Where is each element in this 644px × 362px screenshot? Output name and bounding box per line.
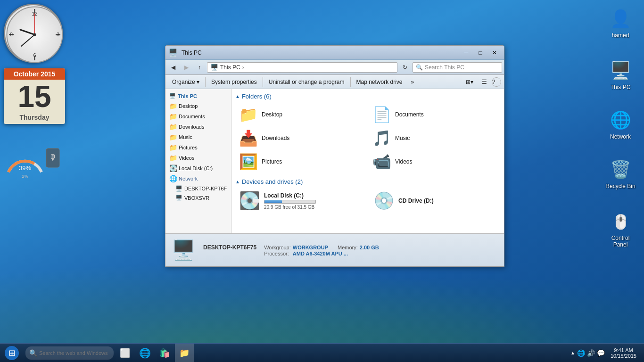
help-button[interactable]: ? — [492, 77, 501, 87]
desktop-icon-recycle-bin[interactable]: 🗑️ Recycle Bin — [602, 156, 639, 192]
downloads-folder-name: Downloads — [262, 135, 289, 141]
drive-c-space: 20.9 GB free of 31.5 GB — [264, 205, 362, 210]
system-properties-button[interactable]: System properties — [207, 78, 261, 86]
refresh-button[interactable]: ↻ — [399, 62, 411, 73]
start-button[interactable]: ⊞ — [0, 344, 24, 362]
music-folder-big-icon: 🎵 — [372, 129, 391, 147]
local-disk-icon: 💽 — [169, 165, 177, 172]
task-view-button[interactable]: ⬜ — [116, 344, 134, 362]
meter-widget: 39% 2% 🎙 — [4, 139, 65, 181]
downloads-folder-label: Downloads — [179, 124, 204, 130]
organize-button[interactable]: Organize ▾ — [168, 78, 203, 86]
desktop-icon-hamed[interactable]: 👤 hamed — [602, 5, 639, 41]
svg-text:6: 6 — [33, 52, 36, 58]
documents-folder-big-icon: 📄 — [372, 106, 391, 123]
preview-pane-button[interactable]: ☰ — [478, 78, 491, 86]
sidebar-item-desktop[interactable]: 📁 Desktop — [165, 101, 231, 111]
folder-item-downloads[interactable]: 📥 Downloads — [235, 127, 367, 149]
network-tray-icon: 🌐 — [577, 349, 585, 357]
desktop-icon-control-panel[interactable]: 🖱️ Control Panel — [602, 207, 639, 251]
folder-item-documents[interactable]: 📄 Documents — [369, 104, 500, 125]
drive-c-bar-fill — [264, 200, 282, 203]
downloads-folder-big-icon: 📥 — [239, 129, 258, 147]
address-bar: ◀ ▶ ↑ 🖥️ This PC › ↻ 🔍 Search This PC — [165, 60, 504, 75]
processor-value: AMD A6-3420M APU ... — [293, 251, 348, 256]
store-button[interactable]: 🛍️ — [155, 344, 174, 362]
minimize-button[interactable]: ─ — [460, 48, 473, 58]
drives-grid: 💽 Local Disk (C:) 20.9 GB free of 31.5 G… — [235, 189, 500, 213]
taskbar-search-input[interactable] — [39, 350, 110, 356]
folder-item-desktop[interactable]: 📁 Desktop — [235, 104, 367, 125]
desktop-folder-big-icon: 📁 — [239, 106, 258, 123]
sidebar-network-header[interactable]: 🌐 Network — [165, 173, 231, 184]
up-button[interactable]: ↑ — [194, 62, 205, 73]
folder-grid: 📁 Desktop 📄 Documents 📥 Downloads 🎵 Musi… — [235, 104, 500, 173]
videos-folder-icon: 📁 — [169, 154, 177, 162]
close-button[interactable]: ✕ — [488, 48, 501, 58]
taskbar-search-box[interactable]: 🔍 — [25, 346, 114, 360]
taskbar-search-icon: 🔍 — [29, 349, 37, 357]
calendar-widget: October 2015 15 Thursday — [4, 68, 65, 124]
sidebar-item-pictures[interactable]: 📁 Pictures — [165, 142, 231, 153]
this-pc-sidebar-icon: 🖥️ — [169, 93, 176, 99]
volume-tray-icon: 🔊 — [587, 349, 595, 357]
cd-drive-big-icon: 💿 — [373, 191, 395, 211]
videos-folder-name: Videos — [395, 158, 412, 165]
control-panel-label: Control Panel — [604, 235, 636, 248]
desktop-folder-name: Desktop — [262, 111, 282, 118]
titlebar: 🖥️ This PC ─ □ ✕ — [165, 46, 504, 60]
svg-text:39%: 39% — [19, 165, 31, 172]
network-sidebar-icon: 🌐 — [169, 175, 177, 182]
this-pc-label: This PC — [611, 84, 631, 90]
back-button[interactable]: ◀ — [167, 62, 179, 73]
sidebar: 🖥️ This PC 📁 Desktop 📁 Documents 📁 Downl… — [165, 89, 231, 233]
explorer-content: 🖥️ This PC 📁 Desktop 📁 Documents 📁 Downl… — [165, 89, 504, 233]
toolbar-more-button[interactable]: » — [407, 78, 418, 86]
notification-tray-icon: 💬 — [597, 349, 605, 357]
search-box[interactable]: 🔍 Search This PC — [413, 62, 502, 73]
sidebar-item-music[interactable]: 📁 Music — [165, 132, 231, 142]
pictures-folder-icon: 📁 — [169, 144, 177, 151]
sidebar-item-videos[interactable]: 📁 Videos — [165, 153, 231, 163]
calendar-weekday: Thursday — [4, 114, 65, 124]
tray-expand-icon[interactable]: ▲ — [570, 350, 575, 355]
pictures-folder-big-icon: 🖼️ — [239, 153, 258, 171]
forward-button[interactable]: ▶ — [181, 62, 192, 73]
uninstall-button[interactable]: Uninstall or change a program — [265, 78, 348, 86]
local-disk-big-icon: 💽 — [239, 191, 260, 211]
sidebar-item-vboxsvr[interactable]: 🖥️ VBOXSVR — [165, 193, 231, 203]
memory-label: Memory: — [338, 245, 358, 250]
folder-item-pictures[interactable]: 🖼️ Pictures — [235, 151, 367, 173]
sidebar-item-local-disk[interactable]: 💽 Local Disk (C:) — [165, 163, 231, 173]
drive-item-c[interactable]: 💽 Local Disk (C:) 20.9 GB free of 31.5 G… — [235, 189, 366, 213]
control-panel-icon: 🖱️ — [609, 210, 632, 233]
svg-text:3: 3 — [57, 32, 59, 37]
search-placeholder: Search This PC — [425, 64, 464, 71]
drive-item-d[interactable]: 💿 CD Drive (D:) — [370, 189, 500, 213]
desktop-icon-network[interactable]: 🌐 Network — [602, 106, 639, 143]
taskbar-icons: ⬜ 🌐 🛍️ 📁 — [116, 344, 194, 362]
desktop-icon-this-pc[interactable]: 🖥️ This PC — [602, 57, 639, 93]
search-icon: 🔍 — [416, 64, 423, 71]
calendar-month-year: October 2015 — [4, 68, 65, 80]
sidebar-item-desktop-kpt[interactable]: 🖥️ DESKTOP-KPT6F — [165, 184, 231, 193]
map-drive-button[interactable]: Map network drive — [353, 78, 406, 86]
sidebar-item-documents[interactable]: 📁 Documents — [165, 111, 231, 122]
edge-button[interactable]: 🌐 — [135, 344, 154, 362]
music-folder-label: Music — [179, 134, 192, 140]
address-path[interactable]: 🖥️ This PC › — [207, 62, 397, 73]
drive-c-info: Local Disk (C:) 20.9 GB free of 31.5 GB — [264, 192, 362, 210]
desktop-folder-icon: 📁 — [169, 102, 177, 110]
folder-item-music[interactable]: 🎵 Music — [369, 127, 500, 149]
sidebar-this-pc-header[interactable]: 🖥️ This PC — [165, 91, 231, 101]
sidebar-item-downloads[interactable]: 📁 Downloads — [165, 122, 231, 132]
taskbar-time-text: 9:41 AM — [614, 347, 633, 353]
folder-item-videos[interactable]: 📹 Videos — [369, 151, 500, 173]
drives-section-header: Devices and drives (2) — [235, 178, 500, 185]
toolbar-separator-1 — [205, 77, 206, 87]
view-options-button[interactable]: ⊞▾ — [462, 78, 477, 86]
maximize-button[interactable]: □ — [474, 48, 487, 58]
file-explorer-taskbar-button[interactable]: 📁 — [175, 344, 194, 362]
recycle-bin-label: Recycle Bin — [605, 183, 635, 189]
drive-c-name: Local Disk (C:) — [264, 192, 362, 199]
